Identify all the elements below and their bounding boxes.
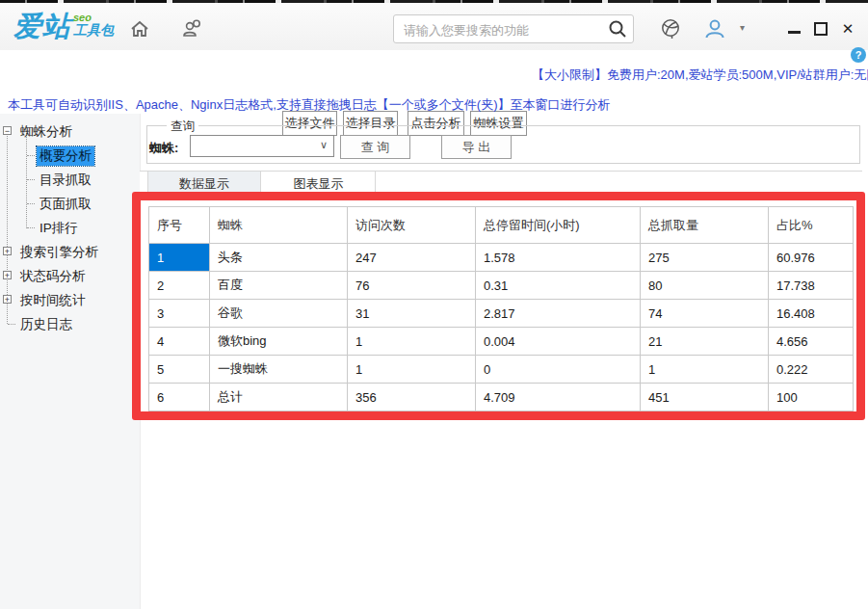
table-cell[interactable]: 356 [348, 384, 476, 411]
table-cell[interactable]: 头条 [210, 244, 348, 272]
tree-item-search-engine-analysis[interactable]: +搜索引擎分析 [0, 240, 140, 264]
table-cell[interactable]: 16.408 [769, 300, 854, 328]
table-cell[interactable]: 一搜蜘蛛 [210, 356, 348, 384]
table-cell[interactable]: 1.578 [476, 244, 641, 272]
table-cell[interactable]: 谷歌 [210, 300, 348, 328]
network-ball-icon[interactable] [658, 16, 683, 41]
tab-strip: 数据显示图表显示 [140, 171, 862, 197]
export-button[interactable]: 导 出 [441, 135, 512, 159]
search-icon[interactable] [608, 19, 627, 39]
table-header-row: 序号蜘蛛访问次数总停留时间(小时)总抓取量占比% [149, 207, 854, 244]
table-cell[interactable]: 4.656 [769, 328, 854, 356]
table-row: 2百度760.318017.738 [149, 272, 854, 300]
column-header-3[interactable]: 总停留时间(小时) [476, 207, 641, 244]
logo-text-toolkit: 工具包 [73, 23, 114, 38]
collapse-icon[interactable]: − [3, 126, 12, 135]
help-icon[interactable]: ? [851, 47, 866, 63]
tree-connector [27, 227, 35, 228]
query-group-label: 查询 [167, 119, 198, 135]
tree-item-history-log[interactable]: 历史日志 [0, 312, 140, 336]
tree-item-label: 按时间统计 [17, 291, 89, 310]
tree-item-label: 概要分析 [37, 146, 94, 166]
tab-chart-view[interactable]: 图表显示 [262, 172, 376, 197]
column-header-1[interactable]: 蜘蛛 [210, 207, 348, 244]
app-window: 爱站 seo 工具包 [0, 0, 868, 609]
tab-data-view[interactable]: 数据显示 [147, 172, 261, 197]
table-cell[interactable]: 0.222 [769, 356, 854, 384]
table-cell[interactable]: 100 [769, 384, 854, 411]
tree-item-label: 蜘蛛分析 [17, 122, 75, 142]
tree-item-label: 搜索引擎分析 [17, 243, 101, 262]
table-cell[interactable]: 1 [348, 328, 476, 356]
search-input[interactable] [402, 18, 598, 41]
table-cell[interactable]: 0.004 [476, 328, 641, 356]
table-cell[interactable]: 60.976 [769, 244, 854, 272]
tree-item-status-code-analysis[interactable]: +状态码分析 [0, 264, 140, 288]
drag-drop-hint: 本工具可自动识别IIS、Apache、Nginx日志格式,支持直接拖拽日志【一个… [8, 96, 611, 114]
expand-icon[interactable]: + [3, 271, 12, 279]
table-cell[interactable]: 5 [149, 356, 210, 384]
table-cell[interactable]: 21 [641, 328, 769, 356]
table-cell[interactable]: 4 [149, 328, 210, 356]
home-icon[interactable] [127, 16, 152, 41]
tree-item-label: 历史日志 [17, 315, 75, 334]
logo-stack: seo 工具包 [73, 12, 114, 38]
tree-connector [27, 203, 35, 204]
tree-connector [8, 324, 15, 325]
table-cell[interactable]: 6 [149, 384, 210, 411]
maximize-button[interactable] [810, 18, 831, 40]
query-button[interactable]: 查 询 [340, 135, 410, 159]
close-button[interactable]: ✕ [837, 18, 858, 40]
table-cell[interactable]: 总计 [210, 384, 348, 411]
table-cell[interactable]: 1 [641, 356, 769, 384]
tree-item-dir-crawl[interactable]: 目录抓取 [0, 168, 140, 192]
table-cell[interactable]: 0.31 [476, 272, 641, 300]
column-header-5[interactable]: 占比% [769, 207, 854, 244]
column-header-4[interactable]: 总抓取量 [641, 207, 769, 244]
table-cell[interactable]: 1 [348, 356, 476, 384]
spider-label: 蜘蛛: [149, 140, 178, 157]
table-cell[interactable]: 247 [348, 244, 476, 272]
table-row: 6总计3564.709451100 [149, 384, 854, 411]
column-header-0[interactable]: 序号 [149, 207, 210, 244]
tree-item-label: 页面抓取 [37, 195, 94, 214]
tree-item-ip-rank[interactable]: IP排行 [0, 216, 140, 240]
user-account-icon[interactable] [702, 16, 727, 41]
table-cell[interactable]: 百度 [210, 272, 348, 300]
tree-item-label: 状态码分析 [17, 267, 89, 286]
sidebar-tree: −蜘蛛分析概要分析目录抓取页面抓取IP排行+搜索引擎分析+状态码分析+按时间统计… [0, 114, 141, 609]
table-cell[interactable]: 17.738 [769, 272, 854, 300]
table-cell[interactable]: 2.817 [476, 300, 641, 328]
maximize-icon [814, 22, 828, 36]
tree-item-time-stats[interactable]: +按时间统计 [0, 288, 140, 312]
table-cell[interactable]: 80 [641, 272, 769, 300]
table-cell[interactable]: 0 [476, 356, 641, 384]
tree-item-label: IP排行 [37, 219, 81, 238]
tree-connector [27, 179, 35, 180]
minimize-button[interactable] [783, 18, 804, 40]
titlebar: 爱站 seo 工具包 [0, 3, 868, 51]
expand-icon[interactable]: + [3, 247, 12, 255]
search-box [393, 14, 634, 43]
table-row: 4微软bing10.004214.656 [149, 328, 854, 356]
table-cell[interactable]: 1 [149, 244, 210, 272]
table-cell[interactable]: 76 [348, 272, 476, 300]
expand-icon[interactable]: + [3, 295, 12, 304]
tree-item-page-crawl[interactable]: 页面抓取 [0, 192, 140, 216]
size-limit-notice: 【大小限制】免费用户:20M,爱站学员:500M,VIP/站群用户:无限制 [532, 66, 868, 84]
table-cell[interactable]: 74 [641, 300, 769, 328]
table-cell[interactable]: 4.709 [476, 384, 641, 411]
support-contact-icon[interactable] [179, 16, 204, 41]
user-caret-down-icon[interactable]: ▾ [740, 22, 745, 33]
table-cell[interactable]: 2 [149, 272, 210, 300]
table-cell[interactable]: 451 [641, 384, 769, 411]
table-cell[interactable]: 31 [348, 300, 476, 328]
table-cell[interactable]: 3 [149, 300, 210, 328]
table-cell[interactable]: 275 [641, 244, 769, 272]
table-cell[interactable]: 微软bing [210, 328, 348, 356]
logo-text-main: 爱站 [13, 11, 71, 41]
tree-item-spider-analysis[interactable]: −蜘蛛分析 [0, 119, 140, 144]
spider-select[interactable]: ∨ [190, 135, 334, 157]
column-header-2[interactable]: 访问次数 [348, 207, 476, 244]
tree-item-summary-analysis[interactable]: 概要分析 [0, 144, 140, 168]
